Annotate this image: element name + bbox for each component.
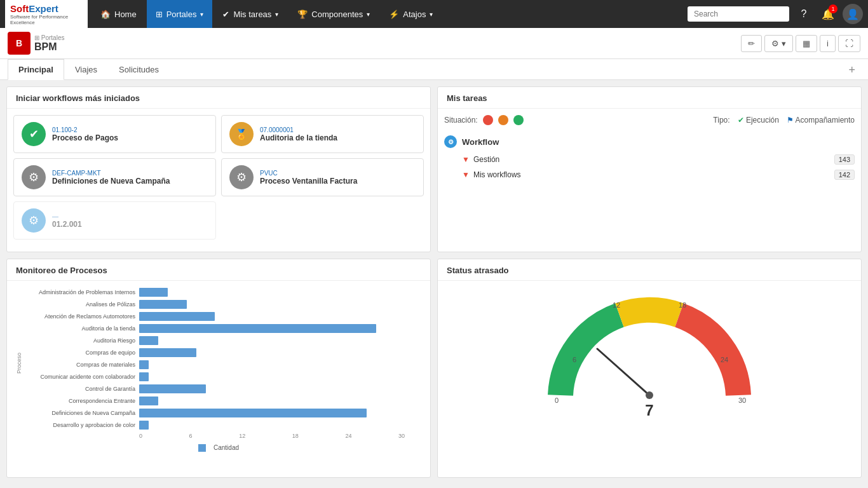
gestion-label: Gestión xyxy=(473,155,499,164)
settings-button[interactable]: ⚙ ▾ xyxy=(764,35,793,52)
wf-info-auditoria: 07.0000001 Auditoria de la tienda xyxy=(260,126,337,142)
bar-row: Atención de Reclamos Automotores8 xyxy=(25,311,424,322)
bar-row: Control de Garantía7 xyxy=(25,384,424,394)
situacion-row: Situación: Tipo: ✔ Ejecución ⚑ Acompañam… xyxy=(444,115,855,125)
filter-button[interactable]: ▦ xyxy=(796,35,817,52)
grid-icon: ⊞ xyxy=(156,10,163,19)
gauge-center xyxy=(646,391,653,399)
wf-name: 01.2.001 xyxy=(52,220,82,229)
bar-label: Desarrollo y aprobacion de color xyxy=(25,422,139,428)
wf-info-extra1: — 01.2.001 xyxy=(52,213,82,229)
bar-value: 25 xyxy=(430,324,431,333)
nav-right-area: ? 🔔 1 👤 xyxy=(688,4,863,24)
bar-row: Definiciones de Nueva Campaña24 xyxy=(25,408,424,418)
chart-area: Proceso Administración de Problemas Inte… xyxy=(7,281,430,472)
search-input[interactable] xyxy=(688,6,789,22)
chevron-down-icon: ▾ xyxy=(200,11,203,18)
edit-button[interactable]: ✏ xyxy=(741,35,762,52)
bar-fill xyxy=(139,409,367,417)
bar-track: 5 xyxy=(139,300,424,309)
bar-track: 25 xyxy=(139,324,424,333)
gauge-needle xyxy=(597,349,649,395)
main-content: Iniciar workflows más iniciados ✔ 01.100… xyxy=(0,80,868,484)
svg-text:18: 18 xyxy=(679,301,686,309)
bar-fill xyxy=(139,300,187,309)
user-icon: 👤 xyxy=(846,8,859,20)
bar-track: 6 xyxy=(139,348,424,357)
notification-button[interactable]: 🔔 1 xyxy=(818,4,837,24)
wf-name: Proceso de Pagos xyxy=(52,133,118,142)
bar-track: 1 xyxy=(139,372,424,381)
help-icon: ? xyxy=(801,8,807,20)
bar-track: 1 xyxy=(139,360,424,369)
tab-solicitudes[interactable]: Solicitudes xyxy=(108,59,170,80)
gauge-title: Status atrasado xyxy=(438,259,861,281)
chevron-down-icon: ▾ xyxy=(275,11,278,18)
arrow-down-icon: ▼ xyxy=(462,155,470,164)
bpm-icon: B xyxy=(8,32,31,55)
nav-portales[interactable]: ⊞ Portales ▾ xyxy=(147,0,213,28)
bar-label: Comunicar acidente com colaborador xyxy=(25,374,139,380)
bar-row: Administración de Problemas Internos3 xyxy=(25,287,424,297)
task-sub-gestion[interactable]: ▼ Gestión 143 xyxy=(444,152,855,167)
bar-track: 7 xyxy=(139,384,424,393)
workflow-section-label: Workflow xyxy=(462,137,499,147)
nav-componentes[interactable]: 🏆 Componentes ▾ xyxy=(288,0,379,28)
nav-atajos[interactable]: ⚡ Atajos ▾ xyxy=(380,0,442,28)
nav-home[interactable]: 🏠 Home xyxy=(92,0,146,28)
wf-icon-gear2: ⚙ xyxy=(229,165,254,189)
gauge-panel: Status atrasado 0 6 12 18 24 xyxy=(437,259,862,478)
avatar[interactable]: 👤 xyxy=(843,4,863,24)
bar-track: 3 xyxy=(139,288,424,297)
top-navigation: SoftExpert Software for Performance Exce… xyxy=(0,0,868,28)
bar-track: 8 xyxy=(139,312,424,321)
tab-principal[interactable]: Principal xyxy=(8,59,64,80)
task-sub-mis-workflows[interactable]: ▼ Mis workflows 142 xyxy=(444,167,855,182)
bar-label: Compras de materiales xyxy=(25,362,139,368)
mis-tareas-title: Mis tareas xyxy=(438,87,861,109)
wf-info-pvuc: PVUC Proceso Ventanilla Factura xyxy=(260,170,357,186)
help-button[interactable]: ? xyxy=(794,4,813,24)
workflows-panel-title: Iniciar workflows más iniciados xyxy=(7,87,430,109)
wf-card-auditoria[interactable]: 🏅 07.0000001 Auditoria de la tienda xyxy=(221,115,424,153)
tabs-list: Principal Viajes Solicitudes xyxy=(8,59,170,79)
edit-icon: ✏ xyxy=(748,39,755,48)
arrow-down-icon2: ▼ xyxy=(462,170,470,179)
bar-fill xyxy=(139,384,206,393)
bar-label: Atención de Reclamos Automotores xyxy=(25,313,139,320)
expand-icon: ⛶ xyxy=(845,39,853,48)
wf-card-extra1[interactable]: ⚙ — 01.2.001 xyxy=(13,201,216,240)
add-tab-button[interactable]: + xyxy=(843,61,860,79)
nav-mis-tareas[interactable]: ✔ Mis tareas ▾ xyxy=(214,0,287,28)
wf-name: Definiciones de Nueva Campaña xyxy=(52,177,170,186)
y-axis-label: Proceso xyxy=(13,287,25,439)
gauge-area: 0 6 12 18 24 30 7 xyxy=(438,281,861,432)
chevron-down-icon: ▾ xyxy=(367,11,370,18)
wf-card-pvuc[interactable]: ⚙ PVUC Proceso Ventanilla Factura xyxy=(221,158,424,196)
gauge-svg: 0 6 12 18 24 30 xyxy=(548,294,751,408)
wf-card-pagos[interactable]: ✔ 01.100-2 Proceso de Pagos xyxy=(13,115,216,153)
bar-row: Desarrollo y aprobacion de color1 xyxy=(25,420,424,430)
tareas-content: Situación: Tipo: ✔ Ejecución ⚑ Acompañam… xyxy=(438,109,861,189)
wf-card-campaña[interactable]: ⚙ DEF-CAMP-MKT Definiciones de Nueva Cam… xyxy=(13,158,216,196)
status-orange-dot xyxy=(498,115,508,125)
expand-button[interactable]: ⛶ xyxy=(838,35,860,52)
gear-icon: ⚙ xyxy=(771,39,779,48)
mis-workflows-label: Mis workflows xyxy=(473,170,521,179)
svg-text:30: 30 xyxy=(738,396,746,404)
chart-legend: Cantidad xyxy=(13,444,424,453)
task-header-workflow[interactable]: ⚙ Workflow xyxy=(444,132,855,152)
breadcrumb-text: ⊞ Portales BPM xyxy=(34,34,64,53)
wf-info-pagos: 01.100-2 Proceso de Pagos xyxy=(52,126,118,142)
bar-label: Administración de Problemas Internos xyxy=(25,289,139,295)
filter-icon: ▦ xyxy=(803,39,810,48)
svg-text:12: 12 xyxy=(613,301,620,309)
bar-fill xyxy=(139,360,149,369)
status-green-dot xyxy=(513,115,524,125)
tab-viajes[interactable]: Viajes xyxy=(64,59,108,80)
wf-icon-extra: ⚙ xyxy=(22,208,46,233)
info-button[interactable]: i xyxy=(820,35,836,52)
breadcrumb-bar: B ⊞ Portales BPM ✏ ⚙ ▾ ▦ i ⛶ xyxy=(0,28,868,59)
logo-text: SoftExpert xyxy=(10,3,83,14)
bar-fill xyxy=(139,396,158,405)
